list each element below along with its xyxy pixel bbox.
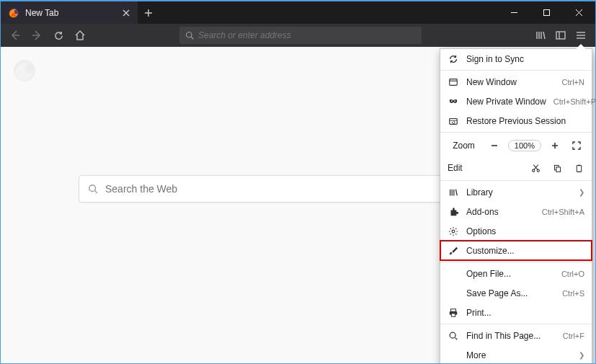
menu-label: Restore Previous Session — [466, 116, 584, 126]
chevron-right-icon: ❯ — [579, 351, 584, 359]
search-icon — [448, 330, 459, 342]
menu-options[interactable]: Options — [440, 221, 592, 241]
svg-rect-1 — [544, 10, 550, 16]
sync-icon — [448, 53, 459, 65]
close-window-button[interactable] — [563, 1, 595, 24]
window-icon — [448, 76, 459, 88]
browser-window: New Tab — [1, 1, 595, 363]
tab-newtab[interactable]: New Tab — [1, 1, 138, 24]
paintbrush-icon — [448, 245, 459, 257]
zoom-out-button[interactable] — [486, 138, 502, 154]
menu-label: Customize... — [466, 246, 584, 256]
menu-shortcut: Ctrl+N — [562, 78, 584, 86]
menu-label: Options — [466, 226, 584, 236]
search-icon — [185, 31, 194, 40]
titlebar-spacer — [159, 1, 498, 24]
menu-new-window[interactable]: New Window Ctrl+N — [440, 72, 592, 92]
zoom-value[interactable]: 100% — [508, 140, 541, 151]
menu-shortcut: Ctrl+Shift+A — [542, 208, 584, 216]
paste-icon[interactable] — [573, 162, 584, 174]
menu-shortcut: Ctrl+O — [561, 270, 584, 278]
restore-icon — [448, 115, 459, 127]
menu-label: More — [466, 350, 571, 360]
menu-restore-session[interactable]: Restore Previous Session — [440, 111, 592, 130]
menu-zoom-row: Zoom 100% — [440, 134, 592, 157]
menu-shortcut: Ctrl+Shift+P — [553, 97, 596, 106]
print-icon — [448, 307, 459, 319]
menu-library[interactable]: Library ❯ — [440, 182, 592, 202]
minimize-button[interactable] — [498, 1, 530, 24]
library-button[interactable] — [530, 25, 551, 45]
url-bar[interactable] — [179, 27, 422, 44]
separator — [440, 132, 592, 133]
library-icon — [448, 187, 459, 198]
search-icon — [88, 184, 98, 194]
menu-label: Sign in to Sync — [466, 54, 584, 64]
new-tab-button[interactable] — [138, 1, 159, 24]
separator — [440, 324, 592, 324]
svg-rect-19 — [451, 313, 455, 316]
window-controls — [498, 1, 595, 24]
menu-addons[interactable]: Add-ons Ctrl+Shift+A — [440, 202, 592, 221]
hamburger-menu-button[interactable] — [571, 25, 591, 45]
chevron-right-icon: ❯ — [579, 188, 584, 196]
cut-icon[interactable] — [530, 162, 541, 174]
copy-icon[interactable] — [551, 162, 563, 174]
menu-label: Add-ons — [466, 207, 535, 217]
svg-point-7 — [451, 100, 453, 102]
sidebar-button[interactable] — [551, 25, 571, 45]
menu-save-page[interactable]: Save Page As... Ctrl+S — [440, 283, 592, 303]
back-button[interactable] — [5, 25, 25, 45]
menu-label: Save Page As... — [466, 288, 555, 298]
svg-rect-15 — [577, 164, 579, 166]
separator — [440, 70, 592, 71]
svg-rect-6 — [450, 79, 458, 85]
zoom-in-button[interactable] — [547, 138, 563, 154]
svg-rect-13 — [556, 167, 560, 172]
menu-label: Find in This Page... — [466, 331, 556, 341]
home-button[interactable] — [70, 25, 90, 45]
menu-edit-row: Edit — [440, 157, 592, 179]
reload-button[interactable] — [48, 25, 68, 45]
close-tab-icon[interactable] — [120, 7, 132, 19]
edit-label: Edit — [448, 163, 520, 173]
firefox-favicon-icon — [8, 7, 19, 19]
svg-rect-3 — [556, 32, 565, 39]
puzzle-icon — [448, 206, 459, 218]
menu-customize[interactable]: Customize... — [440, 241, 592, 260]
menu-more[interactable]: More ❯ — [440, 345, 592, 364]
forward-button[interactable] — [27, 25, 47, 45]
svg-point-5 — [89, 185, 96, 192]
menu-label: Print... — [466, 308, 584, 318]
content-area: Sign in to Sync New Window Ctrl+N New Pr… — [1, 47, 595, 363]
menu-label: Open File... — [466, 269, 554, 279]
maximize-button[interactable] — [530, 1, 563, 24]
separator — [440, 180, 592, 181]
gear-icon — [448, 226, 459, 237]
app-menu-panel: Sign in to Sync New Window Ctrl+N New Pr… — [440, 48, 592, 364]
url-input[interactable] — [198, 30, 416, 40]
menu-shortcut: Ctrl+S — [562, 289, 584, 298]
titlebar: New Tab — [1, 1, 595, 24]
tab-title: New Tab — [25, 8, 120, 18]
fullscreen-button[interactable] — [569, 138, 584, 154]
menu-label: New Private Window — [466, 97, 546, 107]
menu-shortcut: Ctrl+F — [563, 332, 584, 340]
separator — [440, 262, 592, 262]
svg-point-8 — [454, 100, 455, 102]
svg-rect-14 — [577, 165, 582, 172]
menu-new-private-window[interactable]: New Private Window Ctrl+Shift+P — [440, 92, 592, 111]
menu-open-file[interactable]: Open File... Ctrl+O — [440, 264, 592, 283]
svg-point-20 — [450, 332, 455, 338]
svg-rect-17 — [451, 308, 456, 311]
mask-icon — [448, 96, 459, 107]
menu-find[interactable]: Find in This Page... Ctrl+F — [440, 326, 592, 345]
menu-print[interactable]: Print... — [440, 303, 592, 322]
firefox-logo-icon — [12, 58, 37, 83]
menu-sign-in-to-sync[interactable]: Sign in to Sync — [440, 49, 592, 68]
svg-point-2 — [187, 32, 192, 38]
svg-point-16 — [452, 230, 455, 233]
svg-point-10 — [532, 169, 534, 172]
nav-toolbar — [1, 24, 595, 47]
zoom-label: Zoom — [448, 141, 481, 151]
